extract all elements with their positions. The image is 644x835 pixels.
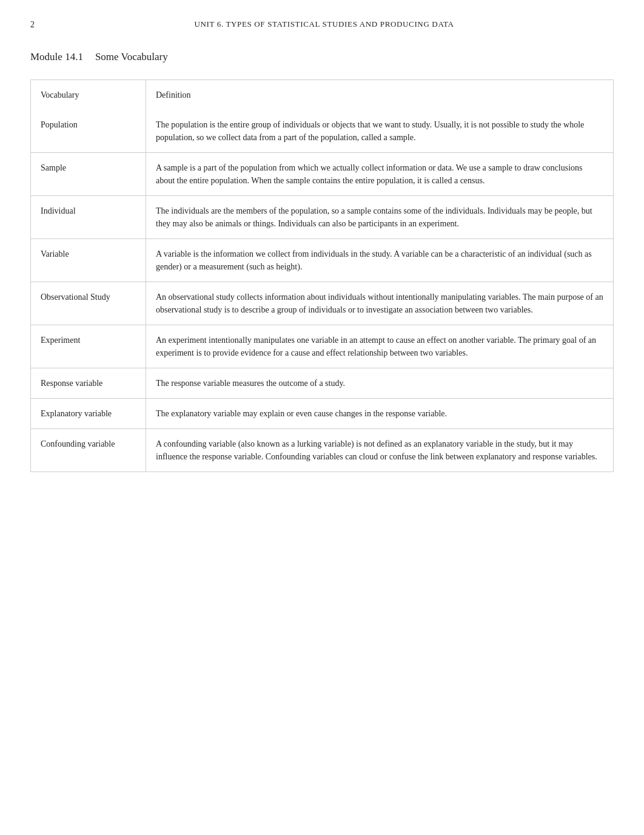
table-row: Confounding variableA confounding variab… bbox=[31, 428, 614, 472]
page-title: UNIT 6. TYPES OF STATISTICAL STUDIES AND… bbox=[35, 18, 614, 30]
definition-cell: An observational study collects informat… bbox=[146, 282, 614, 325]
table-row: Explanatory variableThe explanatory vari… bbox=[31, 398, 614, 428]
page-header: 2 UNIT 6. TYPES OF STATISTICAL STUDIES A… bbox=[30, 18, 614, 31]
definition-cell: A confounding variable (also known as a … bbox=[146, 428, 614, 472]
definition-cell: An experiment intentionally manipulates … bbox=[146, 325, 614, 368]
table-row: IndividualThe individuals are the member… bbox=[31, 195, 614, 238]
module-title: Some Vocabulary bbox=[95, 49, 168, 65]
definition-cell: The population is the entire group of in… bbox=[146, 110, 614, 153]
term-cell: Experiment bbox=[31, 325, 146, 368]
table-row: VariableA variable is the information we… bbox=[31, 238, 614, 282]
page-number: 2 bbox=[30, 18, 35, 31]
term-cell: Population bbox=[31, 110, 146, 153]
definition-cell: A variable is the information we collect… bbox=[146, 238, 614, 282]
term-cell: Individual bbox=[31, 195, 146, 238]
table-row: SampleA sample is a part of the populati… bbox=[31, 152, 614, 195]
table-row: PopulationThe population is the entire g… bbox=[31, 110, 614, 153]
module-heading: Module 14.1 Some Vocabulary bbox=[30, 49, 614, 65]
module-number: Module 14.1 bbox=[30, 49, 83, 65]
col-header-def: Definition bbox=[146, 79, 614, 110]
term-cell: Variable bbox=[31, 238, 146, 282]
col-header-term: Vocabulary bbox=[31, 79, 146, 110]
definition-cell: The individuals are the members of the p… bbox=[146, 195, 614, 238]
table-header-row: Vocabulary Definition bbox=[31, 79, 614, 110]
table-row: Response variableThe response variable m… bbox=[31, 368, 614, 398]
term-cell: Explanatory variable bbox=[31, 398, 146, 428]
definition-cell: The explanatory variable may explain or … bbox=[146, 398, 614, 428]
term-cell: Response variable bbox=[31, 368, 146, 398]
table-row: Observational StudyAn observational stud… bbox=[31, 282, 614, 325]
term-cell: Observational Study bbox=[31, 282, 146, 325]
definition-cell: The response variable measures the outco… bbox=[146, 368, 614, 398]
definition-cell: A sample is a part of the population fro… bbox=[146, 152, 614, 195]
term-cell: Sample bbox=[31, 152, 146, 195]
vocabulary-table: Vocabulary Definition PopulationThe popu… bbox=[30, 79, 614, 472]
table-row: ExperimentAn experiment intentionally ma… bbox=[31, 325, 614, 368]
term-cell: Confounding variable bbox=[31, 428, 146, 472]
